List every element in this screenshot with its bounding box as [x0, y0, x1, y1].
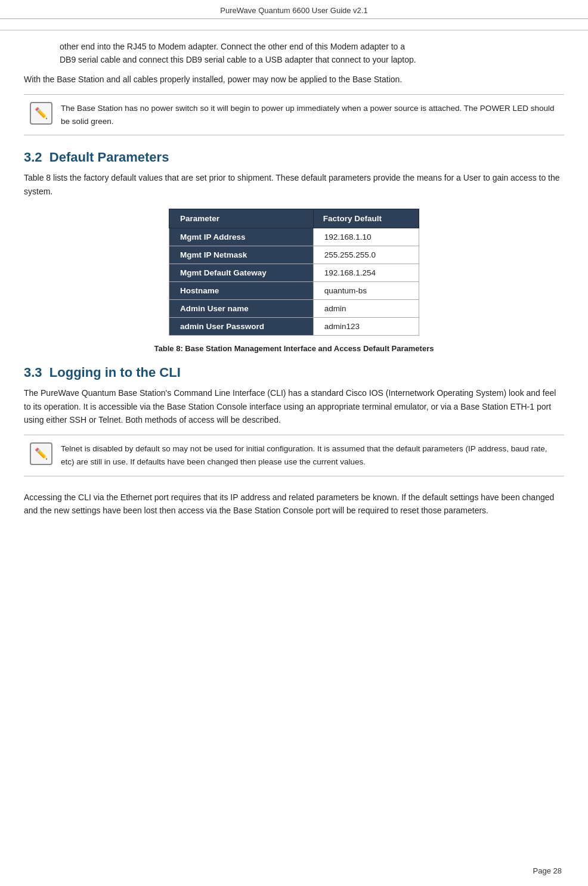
table-row: Mgmt Default Gateway192.168.1.254	[169, 264, 419, 282]
table-col2-header: Factory Default	[313, 209, 419, 228]
note-text-1: The Base Station has no power switch so …	[61, 102, 558, 128]
note-icon-2: ✏️	[30, 442, 52, 465]
table-row: Hostnamequantum-bs	[169, 282, 419, 300]
params-table-wrapper: Parameter Factory Default Mgmt IP Addres…	[24, 209, 564, 336]
section-32-title: Default Parameters	[49, 150, 169, 165]
section-33-number: 3.3	[24, 365, 42, 380]
table-cell-value: quantum-bs	[313, 282, 419, 300]
table-caption: Table 8: Base Station Management Interfa…	[24, 344, 564, 353]
table-cell-param: Mgmt IP Netmask	[169, 246, 314, 264]
table-row: Mgmt IP Address192.168.1.10	[169, 228, 419, 246]
table-cell-param: Admin User name	[169, 300, 314, 318]
params-table: Parameter Factory Default Mgmt IP Addres…	[169, 209, 419, 336]
table-cell-value: 192.168.1.10	[313, 228, 419, 246]
table-cell-value: admin	[313, 300, 419, 318]
intro-line1: other end into the RJ45 to Modem adapter…	[60, 40, 564, 53]
section-32-number: 3.2	[24, 150, 42, 165]
table-cell-value: admin123	[313, 318, 419, 336]
page-content: other end into the RJ45 to Modem adapter…	[0, 40, 588, 517]
table-cell-value: 255.255.255.0	[313, 246, 419, 264]
table-cell-param: admin User Password	[169, 318, 314, 336]
header-title: PureWave Quantum 6600 User Guide v2.1	[220, 6, 367, 15]
table-row: Admin User nameadmin	[169, 300, 419, 318]
table-cell-param: Mgmt IP Address	[169, 228, 314, 246]
section-32-heading: 3.2 Default Parameters	[24, 150, 564, 165]
page-header: PureWave Quantum 6600 User Guide v2.1	[0, 0, 588, 19]
section-33-title: Logging in to the CLI	[49, 365, 181, 380]
table-row: admin User Passwordadmin123	[169, 318, 419, 336]
table-cell-value: 192.168.1.254	[313, 264, 419, 282]
table-cell-param: Mgmt Default Gateway	[169, 264, 314, 282]
note-box-2: ✏️ Telnet is disabled by default so may …	[24, 435, 564, 476]
section-33-body2: Accessing the CLI via the Ethernet port …	[24, 491, 564, 518]
note-text-2: Telnet is disabled by default so may not…	[61, 442, 558, 468]
note-icon-1: ✏️	[30, 102, 52, 125]
page-number: Page 28	[533, 866, 562, 875]
section-33-body1: The PureWave Quantum Base Station's Comm…	[24, 386, 564, 426]
intro-indented: other end into the RJ45 to Modem adapter…	[60, 40, 564, 67]
note-box-1: ✏️ The Base Station has no power switch …	[24, 94, 564, 135]
header-divider	[0, 30, 588, 30]
table-col1-header: Parameter	[169, 209, 314, 228]
intro-body: With the Base Station and all cables pro…	[24, 73, 564, 86]
table-cell-param: Hostname	[169, 282, 314, 300]
section-33-heading: 3.3 Logging in to the CLI	[24, 365, 564, 380]
section-32-body: Table 8 lists the factory default values…	[24, 171, 564, 198]
intro-line2: DB9 serial cable and connect this DB9 se…	[60, 53, 564, 66]
page-footer: Page 28	[533, 866, 562, 875]
table-row: Mgmt IP Netmask255.255.255.0	[169, 246, 419, 264]
